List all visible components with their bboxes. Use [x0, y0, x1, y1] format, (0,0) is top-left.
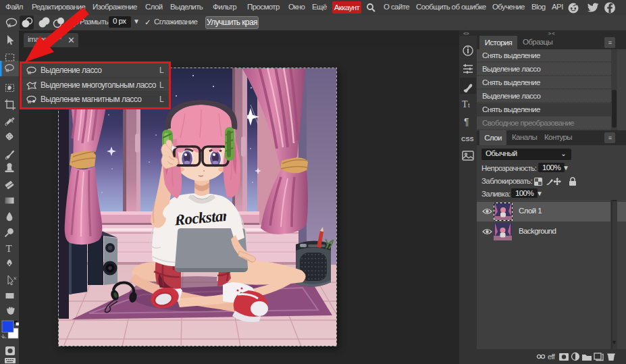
svg-text:<>: <>	[463, 30, 469, 36]
svg-text:¶: ¶	[464, 116, 469, 127]
svg-text:CSS: CSS	[461, 136, 474, 142]
svg-text:T: T	[462, 99, 468, 109]
svg-text:eff: eff	[548, 353, 556, 361]
svg-text:t: t	[468, 101, 470, 109]
svg-text:T: T	[6, 243, 12, 254]
